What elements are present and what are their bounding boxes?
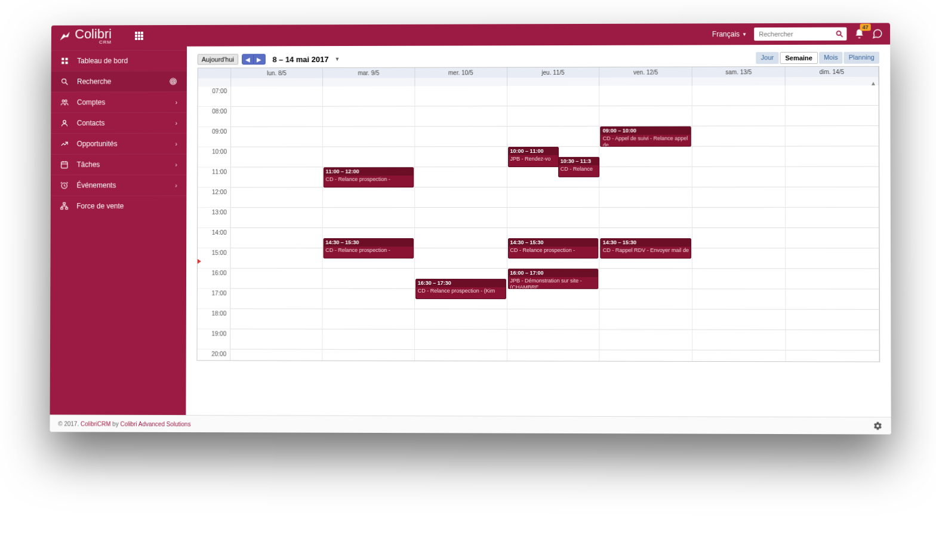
day-cell[interactable] <box>230 349 322 361</box>
chat-icon[interactable] <box>872 29 883 39</box>
view-week[interactable]: Semaine <box>780 52 818 64</box>
calendar-event[interactable]: 11:00 – 12:00CD - Relance prospection - <box>324 167 414 187</box>
day-cell[interactable] <box>786 330 880 350</box>
day-cell[interactable] <box>415 208 507 228</box>
day-cell[interactable] <box>507 289 600 309</box>
calendar-event[interactable]: 16:00 – 17:00JPB - Démonstration sur sit… <box>508 269 599 289</box>
day-cell[interactable] <box>692 146 786 167</box>
day-header[interactable]: jeu. 11/5 <box>507 67 600 78</box>
apps-icon[interactable] <box>135 32 143 40</box>
day-cell[interactable] <box>323 208 415 228</box>
day-cell[interactable] <box>231 208 323 228</box>
day-cell[interactable] <box>786 228 879 248</box>
prev-button[interactable]: ◀ <box>242 54 254 64</box>
day-cell[interactable] <box>692 126 786 146</box>
day-cell[interactable] <box>231 147 323 167</box>
day-cell[interactable] <box>507 350 599 361</box>
day-cell[interactable] <box>415 350 507 362</box>
day-header[interactable]: mar. 9/5 <box>323 68 415 78</box>
day-cell[interactable] <box>692 167 786 187</box>
day-cell[interactable] <box>231 187 323 208</box>
nav-opps[interactable]: Opportunités › <box>51 133 186 154</box>
day-cell[interactable] <box>230 330 322 350</box>
day-cell[interactable] <box>231 107 323 127</box>
calendar-event[interactable]: 10:00 – 11:00JPB - Rendez-vo <box>508 147 559 167</box>
today-button[interactable]: Aujourd'hui <box>198 54 238 64</box>
language-selector[interactable]: Français ▼ <box>712 30 747 38</box>
day-cell[interactable] <box>415 309 507 330</box>
search-button[interactable] <box>832 27 846 41</box>
day-cell[interactable] <box>786 290 879 310</box>
nav-contacts[interactable]: Contacts › <box>51 112 186 133</box>
view-month[interactable]: Mois <box>819 52 843 64</box>
day-cell[interactable] <box>415 147 507 167</box>
day-cell[interactable] <box>231 127 323 147</box>
nav-accounts[interactable]: Comptes › <box>51 91 186 112</box>
day-cell[interactable] <box>692 228 786 248</box>
day-cell[interactable] <box>692 85 786 106</box>
day-cell[interactable] <box>692 248 786 269</box>
day-cell[interactable] <box>600 330 693 350</box>
nav-tasks[interactable]: Tâches › <box>51 154 187 175</box>
view-planning[interactable]: Planning <box>844 52 879 64</box>
day-cell[interactable] <box>323 147 415 167</box>
day-cell[interactable] <box>692 106 786 126</box>
brand-logo[interactable]: Colibri CRM <box>59 27 112 45</box>
calendar-event[interactable]: 16:30 – 17:30CD - Relance prospection - … <box>415 279 506 299</box>
day-cell[interactable] <box>507 86 600 106</box>
date-dropdown-icon[interactable]: ▼ <box>334 56 340 62</box>
day-cell[interactable] <box>600 269 693 289</box>
day-header[interactable]: sam. 13/5 <box>692 67 786 77</box>
settings-icon[interactable] <box>873 421 882 430</box>
day-cell[interactable] <box>323 127 415 147</box>
nav-search[interactable]: Recherche <box>51 70 187 91</box>
day-cell[interactable] <box>415 330 507 350</box>
day-cell[interactable] <box>786 208 879 228</box>
day-cell[interactable] <box>600 167 693 187</box>
calendar-event[interactable]: 14:30 – 15:30CD - Relance prospection - <box>508 238 599 259</box>
day-cell[interactable] <box>600 106 692 127</box>
day-cell[interactable] <box>415 86 507 106</box>
day-cell[interactable] <box>692 269 786 289</box>
day-cell[interactable] <box>507 208 600 228</box>
day-cell[interactable] <box>692 187 786 208</box>
search-input[interactable] <box>754 30 832 38</box>
notifications-button[interactable]: 47 <box>854 29 865 39</box>
day-cell[interactable] <box>231 87 323 107</box>
day-cell[interactable] <box>231 228 323 248</box>
day-header[interactable]: lun. 8/5 <box>231 68 323 78</box>
day-cell[interactable] <box>786 167 879 187</box>
day-cell[interactable] <box>507 309 600 330</box>
day-cell[interactable] <box>786 187 879 208</box>
calendar-event[interactable]: 14:30 – 15:30CD - Rappel RDV - Envoyer m… <box>601 238 692 259</box>
day-cell[interactable] <box>322 289 414 309</box>
day-cell[interactable] <box>692 350 786 362</box>
nav-org[interactable]: Force de vente <box>51 195 187 216</box>
day-cell[interactable] <box>322 350 415 362</box>
calendar-event[interactable]: 09:00 – 10:00CD - Appel de suivi - Relan… <box>601 127 691 147</box>
day-cell[interactable] <box>322 330 414 350</box>
day-cell[interactable] <box>600 309 693 330</box>
day-header[interactable]: dim. 14/5 <box>786 67 879 77</box>
day-cell[interactable] <box>230 309 322 330</box>
day-cell[interactable] <box>415 248 507 269</box>
day-cell[interactable] <box>786 269 879 289</box>
calendar-scroll[interactable]: 07:0008:0009:0010:0011:0012:0013:0014:00… <box>198 85 880 362</box>
nav-events[interactable]: Événements › <box>51 174 187 195</box>
day-cell[interactable] <box>786 310 880 330</box>
day-cell[interactable] <box>786 126 879 146</box>
day-cell[interactable] <box>415 228 507 248</box>
day-cell[interactable] <box>692 289 786 309</box>
next-button[interactable]: ▶ <box>254 54 266 64</box>
day-cell[interactable] <box>323 106 415 127</box>
day-cell[interactable] <box>786 146 879 167</box>
day-cell[interactable] <box>786 85 879 106</box>
calendar-event[interactable]: 10:30 – 11:3CD - Relance <box>558 157 600 177</box>
day-cell[interactable] <box>230 289 322 309</box>
day-cell[interactable] <box>507 106 600 127</box>
day-cell[interactable] <box>230 248 322 269</box>
day-cell[interactable] <box>600 350 693 362</box>
day-cell[interactable] <box>786 106 879 126</box>
day-cell[interactable] <box>600 187 693 208</box>
day-cell[interactable] <box>600 86 692 106</box>
